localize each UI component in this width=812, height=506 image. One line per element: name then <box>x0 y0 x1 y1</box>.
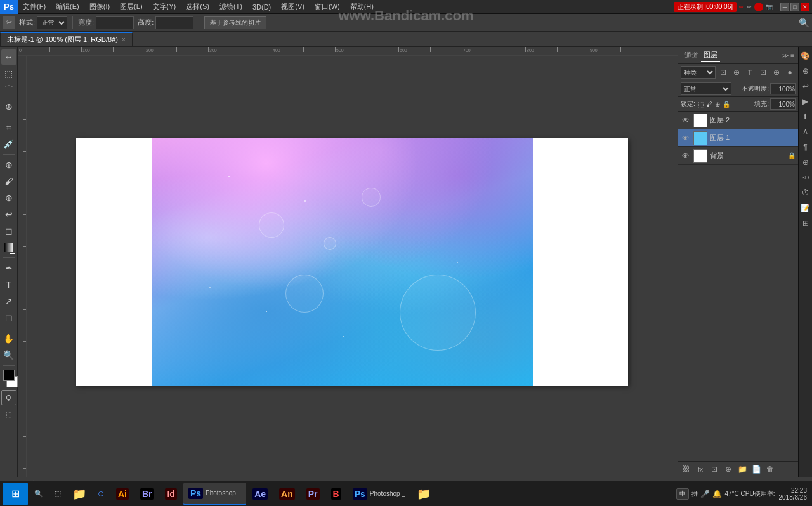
lasso-tool[interactable]: ⌒ <box>1 82 16 98</box>
delete-layer-icon[interactable]: 🗑 <box>764 464 776 475</box>
layer-item[interactable]: 👁 背景 🔒 <box>678 147 798 165</box>
link-layers-icon[interactable]: ⛓ <box>681 464 692 475</box>
taskbar-bandicam[interactable]: B <box>326 483 346 505</box>
start-button[interactable]: ⊞ <box>3 483 28 505</box>
opacity-input[interactable] <box>770 83 796 94</box>
menu-image[interactable]: 图像(I) <box>84 0 115 13</box>
tray-clock[interactable]: 22:23 2018/8/26 <box>779 487 808 501</box>
minimize-button[interactable]: ─ <box>780 3 789 11</box>
brush-tool[interactable]: 🖌 <box>1 174 16 189</box>
close-button[interactable]: ✕ <box>801 3 809 11</box>
eyedropper-tool[interactable]: 💉 <box>1 136 16 152</box>
menu-layer[interactable]: 图层(L) <box>115 0 147 13</box>
clone-source-icon[interactable]: ⊕ <box>799 156 812 169</box>
menu-help[interactable]: 帮助(H) <box>345 0 379 13</box>
shape-tool[interactable]: ◻ <box>1 310 16 325</box>
zoom-tool[interactable]: 🔍 <box>1 347 16 363</box>
history-icon[interactable]: ↩ <box>799 80 812 93</box>
taskbar-file-explorer[interactable]: 📁 <box>67 483 91 505</box>
taskbar-premierepro[interactable]: Pr <box>301 483 325 505</box>
3d-icon[interactable]: 3D <box>799 171 812 184</box>
lock-position-icon[interactable]: ⊕ <box>715 101 720 108</box>
kind-select[interactable]: 种类 <box>681 66 716 79</box>
channels-tab[interactable]: 通道 <box>682 49 701 62</box>
foreground-color[interactable] <box>3 370 15 381</box>
slice-button[interactable]: 基于参考线的切片 <box>204 16 266 29</box>
maximize-button[interactable]: □ <box>790 3 799 11</box>
ime-icon[interactable]: 拼 <box>691 490 698 498</box>
new-group-icon[interactable]: 📁 <box>737 464 748 475</box>
filter-adjust-icon[interactable]: ⊕ <box>731 67 742 78</box>
style-select[interactable]: 正常 <box>37 16 67 29</box>
actions-icon[interactable]: ▶ <box>799 95 812 108</box>
menu-edit[interactable]: 编辑(E) <box>51 0 84 13</box>
mic-icon[interactable]: 🎤 <box>700 490 710 498</box>
taskbar-folder-2[interactable]: 📁 <box>412 483 436 505</box>
menu-select[interactable]: 选择(S) <box>181 0 214 13</box>
lock-transparent-icon[interactable]: ⬚ <box>698 101 704 108</box>
quick-select-tool[interactable]: ⊕ <box>1 99 16 114</box>
adjustment-layer-icon[interactable]: ⊕ <box>723 464 734 475</box>
notification-icon[interactable]: 🔔 <box>712 490 722 498</box>
timeline-icon[interactable]: ⏱ <box>799 186 812 199</box>
hand-tool[interactable]: ✋ <box>1 331 16 346</box>
panel-expand-icon[interactable]: ≫ <box>782 52 789 59</box>
lock-image-icon[interactable]: 🖌 <box>706 101 712 108</box>
menu-3d[interactable]: 3D(D) <box>247 0 276 13</box>
canvas-content[interactable] <box>27 56 678 468</box>
gradient-tool[interactable] <box>1 240 16 255</box>
height-input[interactable] <box>155 16 193 29</box>
eraser-tool[interactable]: ◻ <box>1 223 16 238</box>
menu-window[interactable]: 窗口(W) <box>310 0 345 13</box>
taskbar-item-task-view[interactable]: ⬚ <box>49 483 66 505</box>
layer-item[interactable]: 👁 图层 2 <box>678 112 798 129</box>
document-tab[interactable]: 未标题-1 @ 100% (图层 1, RGB/8#) × <box>0 32 133 46</box>
menu-text[interactable]: 文字(Y) <box>148 0 181 13</box>
taskbar-item-cortana[interactable]: 🔍 <box>29 483 48 505</box>
adjustments-icon[interactable]: ⊕ <box>799 65 812 77</box>
menu-view[interactable]: 视图(V) <box>276 0 310 13</box>
taskbar-illustrator[interactable]: Ai <box>111 483 134 505</box>
quick-mask-tool[interactable]: Q <box>1 390 16 405</box>
taskbar-indesign[interactable]: Id <box>160 483 181 505</box>
path-select-tool[interactable]: ↗ <box>1 294 16 309</box>
layer-mask-icon[interactable]: ⊡ <box>709 464 720 475</box>
table-icon[interactable]: ⊞ <box>799 217 812 230</box>
type-tool[interactable]: T <box>1 277 16 292</box>
taskbar-photoshop-2[interactable]: Ps Photoshop _ <box>348 483 410 505</box>
layer-visibility-icon[interactable]: 👁 <box>681 151 691 161</box>
taskbar-chrome[interactable]: ○ <box>93 483 110 505</box>
filter-smart-icon[interactable]: ⊕ <box>771 67 782 78</box>
notes-icon[interactable]: 📝 <box>799 202 812 214</box>
new-layer-icon[interactable]: 📄 <box>750 464 762 475</box>
char-icon[interactable]: A <box>799 126 812 138</box>
screen-mode-tool[interactable]: ⬚ <box>1 406 16 422</box>
layers-tab[interactable]: 图层 <box>701 49 720 62</box>
filter-pixel-icon[interactable]: ⊡ <box>717 67 729 78</box>
selection-tool[interactable]: ⬚ <box>1 66 16 81</box>
layer-visibility-icon[interactable]: 👁 <box>681 133 691 143</box>
move-tool[interactable]: ↔ <box>1 49 16 65</box>
layer-visibility-icon[interactable]: 👁 <box>681 115 691 126</box>
paragraph-icon[interactable]: ¶ <box>799 141 812 153</box>
clone-tool[interactable]: ⊕ <box>1 190 16 205</box>
layer-effects-icon[interactable]: fx <box>695 464 706 475</box>
menu-filter[interactable]: 滤镜(T) <box>214 0 247 13</box>
menu-file[interactable]: 文件(F) <box>18 0 51 13</box>
history-tool[interactable]: ↩ <box>1 207 16 222</box>
record-dot[interactable] <box>754 3 763 11</box>
lock-all-icon[interactable]: 🔒 <box>723 101 730 108</box>
fill-input[interactable] <box>770 98 796 110</box>
tab-close-button[interactable]: × <box>122 36 126 43</box>
color-wheel-icon[interactable]: 🎨 <box>799 49 812 62</box>
filter-type-icon[interactable]: T <box>744 67 756 78</box>
crop-tool[interactable]: ⌗ <box>1 120 16 135</box>
layer-item[interactable]: 👁 图层 1 <box>678 129 798 147</box>
taskbar-animate[interactable]: An <box>274 483 300 505</box>
info-icon[interactable]: ℹ <box>799 110 812 123</box>
pen-tool[interactable]: ✒ <box>1 261 16 276</box>
panel-menu-icon[interactable]: ≡ <box>790 52 794 59</box>
filter-toggle-icon[interactable]: ● <box>784 67 796 78</box>
lang-button[interactable]: 中 <box>676 488 689 500</box>
healing-tool[interactable]: ⊕ <box>1 157 16 172</box>
